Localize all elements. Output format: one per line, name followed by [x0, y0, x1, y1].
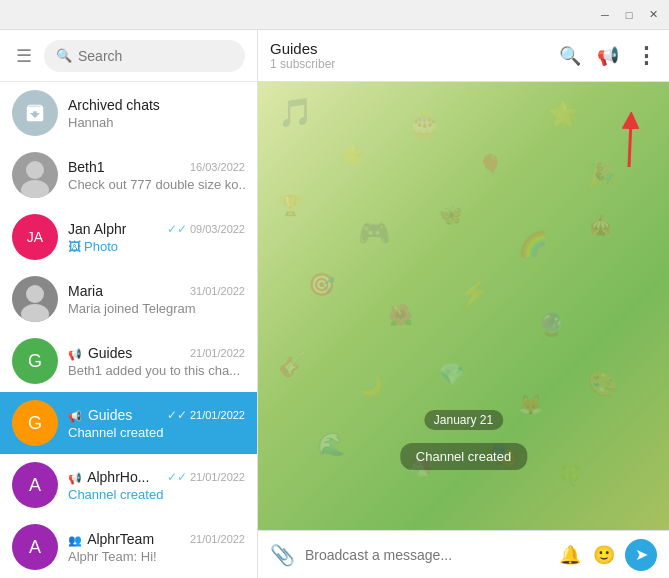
- svg-text:🎯: 🎯: [308, 271, 336, 298]
- svg-text:🎉: 🎉: [588, 161, 616, 188]
- maria-time: 31/01/2022: [190, 285, 245, 297]
- svg-text:🌙: 🌙: [358, 373, 383, 397]
- archived-name: Archived chats: [68, 97, 160, 113]
- guides-active-top: 📢 Guides ✓✓ 21/01/2022: [68, 407, 245, 423]
- alphrteam-top: 👥 AlphrTeam 21/01/2022: [68, 531, 245, 547]
- sidebar-header: ☰ 🔍: [0, 30, 257, 82]
- avatar-alphr: A: [12, 462, 58, 508]
- chat-item-archived[interactable]: Archived chats Hannah: [0, 82, 257, 144]
- chat-item-beth1[interactable]: Beth1 16/03/2022 Check out 777 double si…: [0, 144, 257, 206]
- alphrteam-time: 21/01/2022: [190, 533, 245, 545]
- avatar-archived: [12, 90, 58, 136]
- chat-footer: 📎 🔔 🙂 ➤: [258, 530, 669, 578]
- chat-background: 🎵 ⭐ 🎂 🎈 🌟 🎉 🏆 🎮 🦋 🌈 🎪 🎯 🌺 ⚡ 🔮 🎸: [258, 82, 669, 530]
- maria-top: Maria 31/01/2022: [68, 283, 245, 299]
- minimize-button[interactable]: ─: [597, 7, 613, 23]
- sidebar: ☰ 🔍 Archived chats Hannah: [0, 30, 258, 578]
- chat-item-alphrteam[interactable]: A 👥 AlphrTeam 21/01/2022 Alphr Team: Hi!: [0, 516, 257, 578]
- search-chat-icon[interactable]: 🔍: [559, 45, 581, 67]
- jan-top: Jan Alphr ✓✓ 09/03/2022: [68, 221, 245, 237]
- archived-preview: Hannah: [68, 115, 245, 130]
- avatar-alphrteam: A: [12, 524, 58, 570]
- more-icon[interactable]: ⋮: [635, 43, 657, 69]
- alphr-name: 📢 AlphrHo...: [68, 469, 149, 485]
- beth1-preview: Check out 777 double size ko...: [68, 177, 245, 192]
- svg-text:🎂: 🎂: [408, 107, 441, 139]
- guides-active-preview: Channel created: [68, 425, 245, 440]
- avatar-guides-inactive: G: [12, 338, 58, 384]
- avatar-beth1: [12, 152, 58, 198]
- alphr-info: 📢 AlphrHo... ✓✓ 21/01/2022 Channel creat…: [68, 469, 245, 502]
- svg-text:🏆: 🏆: [278, 193, 303, 217]
- guides-active-info: 📢 Guides ✓✓ 21/01/2022 Channel created: [68, 407, 245, 440]
- broadcast-input[interactable]: [305, 547, 549, 563]
- svg-text:🌟: 🌟: [548, 99, 578, 128]
- chat-panel: Guides 1 subscriber 🔍 📢 ⋮ 🎵 ⭐ 🎂 🎈 🌟: [258, 30, 669, 578]
- search-icon: 🔍: [56, 48, 72, 63]
- alphr-check-icon: ✓✓: [167, 470, 187, 484]
- channel-created-message: Channel created: [400, 443, 527, 470]
- svg-text:⭐: ⭐: [338, 141, 366, 168]
- close-button[interactable]: ✕: [645, 7, 661, 23]
- beth1-time: 16/03/2022: [190, 161, 245, 173]
- svg-text:🔮: 🔮: [538, 311, 566, 338]
- avatar-guides-active: G: [12, 400, 58, 446]
- guides-inactive-name: 📢 Guides: [68, 345, 132, 361]
- guides-check-icon: ✓✓: [167, 408, 187, 422]
- header-icons: 🔍 📢 ⋮: [559, 43, 657, 69]
- svg-text:⚡: ⚡: [458, 277, 491, 309]
- jan-name: Jan Alphr: [68, 221, 126, 237]
- photo-icon: 🖼: [68, 239, 81, 254]
- svg-text:🎸: 🎸: [278, 349, 308, 378]
- chat-item-guides-active[interactable]: G 📢 Guides ✓✓ 21/01/2022 Channel created: [0, 392, 257, 454]
- guides-active-time: ✓✓ 21/01/2022: [167, 408, 245, 422]
- chat-item-alphr[interactable]: A 📢 AlphrHo... ✓✓ 21/01/2022 Channel cre…: [0, 454, 257, 516]
- chat-header-name: Guides: [270, 40, 551, 57]
- mute-footer-icon[interactable]: 🔔: [559, 544, 581, 566]
- chat-header-sub: 1 subscriber: [270, 57, 551, 71]
- svg-text:🎪: 🎪: [588, 213, 613, 237]
- maria-preview: Maria joined Telegram: [68, 301, 245, 316]
- jan-info: Jan Alphr ✓✓ 09/03/2022 🖼 Photo: [68, 221, 245, 254]
- emoji-icon[interactable]: 🙂: [593, 544, 615, 566]
- alphr-time: ✓✓ 21/01/2022: [167, 470, 245, 484]
- beth1-name: Beth1: [68, 159, 105, 175]
- guides-inactive-info: 📢 Guides 21/01/2022 Beth1 added you to t…: [68, 345, 245, 378]
- svg-point-3: [21, 304, 49, 322]
- chat-item-guides-inactive[interactable]: G 📢 Guides 21/01/2022 Beth1 added you to…: [0, 330, 257, 392]
- search-input[interactable]: [78, 48, 233, 64]
- guides-inactive-top: 📢 Guides 21/01/2022: [68, 345, 245, 361]
- svg-text:🎮: 🎮: [358, 217, 391, 249]
- footer-icons: 🔔 🙂: [559, 544, 615, 566]
- svg-text:🎵: 🎵: [278, 96, 313, 129]
- jan-check-icon: ✓✓: [167, 222, 187, 236]
- chat-header: Guides 1 subscriber 🔍 📢 ⋮: [258, 30, 669, 82]
- svg-point-0: [26, 161, 44, 179]
- attach-icon[interactable]: 📎: [270, 543, 295, 567]
- mute-icon[interactable]: 📢: [597, 45, 619, 67]
- guides-inactive-time: 21/01/2022: [190, 347, 245, 359]
- search-box[interactable]: 🔍: [44, 40, 245, 72]
- chat-item-maria[interactable]: Maria 31/01/2022 Maria joined Telegram: [0, 268, 257, 330]
- channel-megaphone-active-icon: 📢: [68, 410, 82, 422]
- avatar-maria: [12, 276, 58, 322]
- beth1-info: Beth1 16/03/2022 Check out 777 double si…: [68, 159, 245, 192]
- maria-name: Maria: [68, 283, 103, 299]
- channel-megaphone-icon: 📢: [68, 348, 82, 360]
- alphr-top: 📢 AlphrHo... ✓✓ 21/01/2022: [68, 469, 245, 485]
- beth1-top: Beth1 16/03/2022: [68, 159, 245, 175]
- hamburger-icon[interactable]: ☰: [12, 45, 36, 67]
- send-button[interactable]: ➤: [625, 539, 657, 571]
- archived-info: Archived chats Hannah: [68, 97, 245, 130]
- svg-point-2: [26, 285, 44, 303]
- svg-text:🦊: 🦊: [518, 393, 543, 417]
- svg-text:🌺: 🌺: [388, 303, 413, 327]
- chat-item-jan[interactable]: JA Jan Alphr ✓✓ 09/03/2022 🖼 Photo: [0, 206, 257, 268]
- jan-preview: 🖼 Photo: [68, 239, 245, 254]
- alphrteam-info: 👥 AlphrTeam 21/01/2022 Alphr Team: Hi!: [68, 531, 245, 564]
- date-badge: January 21: [424, 410, 503, 430]
- maximize-button[interactable]: □: [621, 7, 637, 23]
- archived-top: Archived chats: [68, 97, 245, 113]
- jan-time: ✓✓ 09/03/2022: [167, 222, 245, 236]
- titlebar: ─ □ ✕: [0, 0, 669, 30]
